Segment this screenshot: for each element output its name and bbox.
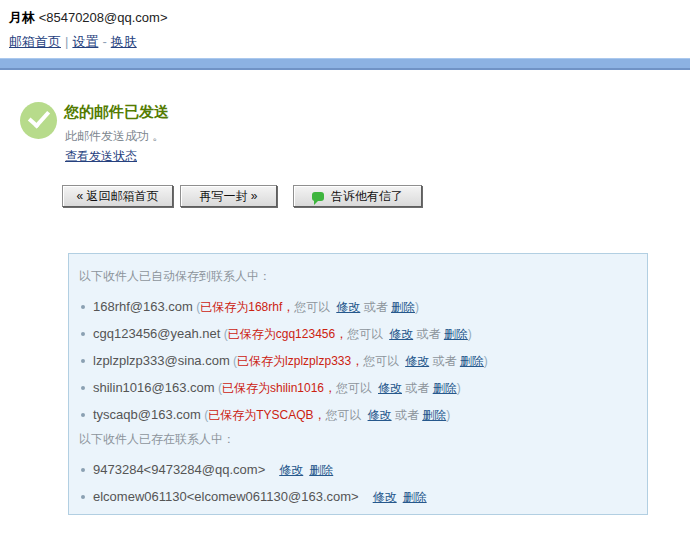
page-header: 月林 <85470208@qq.com> 邮箱首页|设置-换肤 — [9, 9, 167, 51]
saved-as-text: 已保存为cgq123456， — [228, 327, 347, 341]
saved-as-text: 已保存为lzplzplzp333， — [237, 354, 363, 368]
delete-link[interactable]: 删除 — [403, 490, 427, 504]
saved-as-text: 已保存为168rhf， — [200, 300, 294, 314]
account-line: 月林 <85470208@qq.com> — [9, 9, 167, 27]
notify-button-label: 告诉他有信了 — [331, 188, 403, 205]
delete-link[interactable]: 删除 — [444, 327, 468, 341]
modify-link[interactable]: 修改 — [373, 490, 397, 504]
bullet-icon — [81, 305, 85, 309]
delete-link[interactable]: 删除 — [460, 354, 484, 368]
bullet-icon — [81, 495, 85, 499]
you-can-text: 您可以 — [347, 327, 383, 341]
bullet-icon — [81, 332, 85, 336]
existing-recipient-row: 9473284<9473284@qq.com>修改删除 — [79, 456, 637, 483]
recipient-email: cgq123456@yeah.net — [93, 326, 220, 341]
saved-recipient-row: shilin1016@163.com (已保存为shilin1016，您可以修改… — [79, 374, 637, 401]
bullet-icon — [81, 413, 85, 417]
recipient-email: shilin1016@163.com — [93, 380, 215, 395]
existing-section-header: 以下收件人已存在联系人中： — [79, 429, 637, 456]
saved-recipient-row: cgq123456@yeah.net (已保存为cgq123456，您可以修改 … — [79, 320, 637, 347]
paren-close: ) — [457, 381, 461, 395]
nav-settings-link[interactable]: 设置 — [72, 34, 98, 49]
success-check-icon — [20, 102, 57, 139]
modify-link[interactable]: 修改 — [405, 354, 429, 368]
you-can-text: 您可以 — [363, 354, 399, 368]
you-can-text: 您可以 — [336, 381, 372, 395]
or-text: 或者 — [433, 354, 457, 368]
saved-as-text: 已保存为TYSCAQB， — [208, 408, 325, 422]
notify-recipient-button[interactable]: 告诉他有信了 — [293, 185, 422, 207]
saved-recipient-row: tyscaqb@163.com (已保存为TYSCAQB，您可以修改 或者 删除… — [79, 401, 637, 428]
recipient-email: tyscaqb@163.com — [93, 407, 201, 422]
status-title: 您的邮件已发送 — [64, 103, 169, 122]
recipient-email: elcomew061130<elcomew061130@163.com> — [93, 489, 359, 504]
modify-link[interactable]: 修改 — [279, 463, 303, 477]
paren-close: ) — [415, 300, 419, 314]
or-text: 或者 — [417, 327, 441, 341]
bullet-icon — [81, 468, 85, 472]
delete-link[interactable]: 删除 — [391, 300, 415, 314]
nav-separator: | — [65, 34, 68, 49]
nav-change-skin-link[interactable]: 换肤 — [111, 34, 137, 49]
modify-link[interactable]: 修改 — [389, 327, 413, 341]
nav-separator: - — [102, 34, 106, 49]
modify-link[interactable]: 修改 — [368, 408, 392, 422]
bullet-icon — [81, 359, 85, 363]
existing-recipients-list: 9473284<9473284@qq.com>修改删除 elcomew06113… — [79, 456, 637, 510]
bullet-icon — [81, 386, 85, 390]
you-can-text: 您可以 — [326, 408, 362, 422]
user-name: 月林 — [9, 10, 35, 25]
header-nav: 邮箱首页|设置-换肤 — [9, 33, 167, 51]
or-text: 或者 — [405, 381, 429, 395]
chat-bubble-icon — [312, 192, 324, 201]
saved-recipient-row: lzplzplzp333@sina.com (已保存为lzplzplzp333，… — [79, 347, 637, 374]
recipients-panel: 以下收件人已自动保存到联系人中： 168rhf@163.com (已保存为168… — [68, 253, 648, 515]
user-email: <85470208@qq.com> — [39, 10, 168, 25]
view-send-status-link[interactable]: 查看发送状态 — [65, 148, 137, 165]
modify-link[interactable]: 修改 — [336, 300, 360, 314]
modify-link[interactable]: 修改 — [378, 381, 402, 395]
you-can-text: 您可以 — [294, 300, 330, 314]
delete-link[interactable]: 删除 — [433, 381, 457, 395]
paren-close: ) — [484, 354, 488, 368]
back-to-mailbox-button[interactable]: « 返回邮箱首页 — [62, 185, 173, 207]
status-subtitle: 此邮件发送成功 。 — [65, 128, 164, 145]
delete-link[interactable]: 删除 — [422, 408, 446, 422]
existing-recipient-row: elcomew061130<elcomew061130@163.com>修改删除 — [79, 483, 637, 510]
recipient-email: 168rhf@163.com — [93, 299, 193, 314]
divider-bar — [0, 58, 690, 70]
action-buttons: « 返回邮箱首页 再写一封 » 告诉他有信了 — [62, 185, 422, 207]
or-text: 或者 — [364, 300, 388, 314]
delete-link[interactable]: 删除 — [309, 463, 333, 477]
nav-mailbox-home-link[interactable]: 邮箱首页 — [9, 34, 61, 49]
recipient-email: lzplzplzp333@sina.com — [93, 353, 230, 368]
saved-recipient-row: 168rhf@163.com (已保存为168rhf，您可以修改 或者 删除) — [79, 293, 637, 320]
or-text: 或者 — [395, 408, 419, 422]
recipient-email: 9473284<9473284@qq.com> — [93, 462, 265, 477]
write-another-button[interactable]: 再写一封 » — [180, 185, 277, 207]
saved-as-text: 已保存为shilin1016， — [222, 381, 336, 395]
paren-close: ) — [446, 408, 450, 422]
paren-close: ) — [468, 327, 472, 341]
saved-recipients-list: 168rhf@163.com (已保存为168rhf，您可以修改 或者 删除) … — [79, 293, 637, 428]
saved-section-header: 以下收件人已自动保存到联系人中： — [79, 266, 637, 293]
